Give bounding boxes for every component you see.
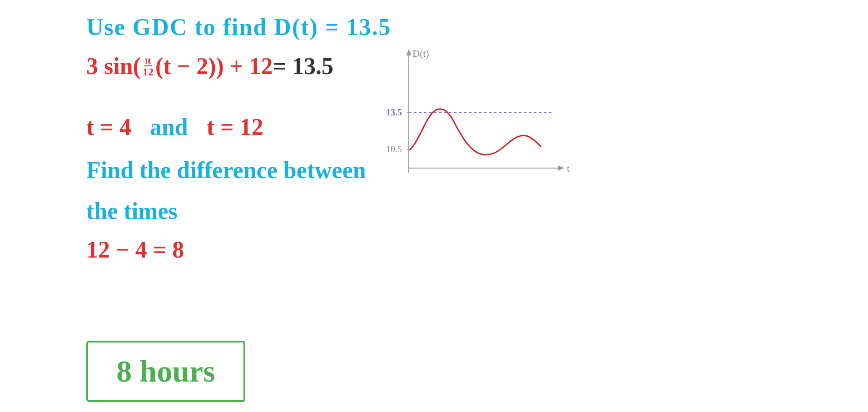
graph-svg: D(t) t 13.5 10.5 [372, 45, 581, 191]
eq-part2: (t − 2)) + 12 [155, 53, 273, 79]
fraction-denominator: 12 [142, 66, 154, 77]
title-line: Use GDC to find D(t) = 13.5 [86, 14, 391, 40]
calc-line: 12 − 4 = 8 [86, 236, 184, 263]
graph-container: D(t) t 13.5 10.5 [372, 45, 581, 191]
title-text: Use GDC to find D(t) = 13.5 [86, 14, 391, 40]
equation-line: 3 sin(π12(t − 2)) + 12 = 13.5 [86, 50, 333, 79]
find-line: Find the difference between [86, 157, 366, 184]
graph-label-105: 10.5 [386, 144, 402, 154]
fraction: π12 [142, 55, 154, 77]
t-values-line: t = 4 and t = 12 [86, 114, 263, 140]
eq-part1: 3 sin( [86, 53, 141, 79]
equation-text: 3 sin(π12(t − 2)) + 12 = 13.5 [86, 53, 333, 79]
answer-text: 8 hours [116, 353, 215, 389]
graph-y-label: D(t) [412, 48, 429, 59]
times-text: the times [86, 198, 178, 224]
t-connector: and [150, 114, 188, 140]
eq-equals: = 13.5 [273, 53, 333, 79]
calc-text: 12 − 4 = 8 [86, 237, 184, 263]
t-value-2: t = 12 [207, 114, 263, 140]
t-value-1: t = 4 [86, 114, 131, 140]
svg-marker-1 [406, 49, 412, 55]
fraction-numerator: π [144, 55, 152, 66]
graph-label-135: 13.5 [386, 107, 402, 117]
sine-curve [410, 109, 541, 155]
answer-box: 8 hours [86, 341, 245, 402]
main-content: Use GDC to find D(t) = 13.5 3 sin(π12(t … [0, 0, 868, 412]
svg-marker-3 [558, 165, 564, 171]
find-text: Find the difference between [86, 157, 366, 183]
times-line: the times [86, 198, 178, 224]
graph-x-label: t [567, 163, 570, 174]
